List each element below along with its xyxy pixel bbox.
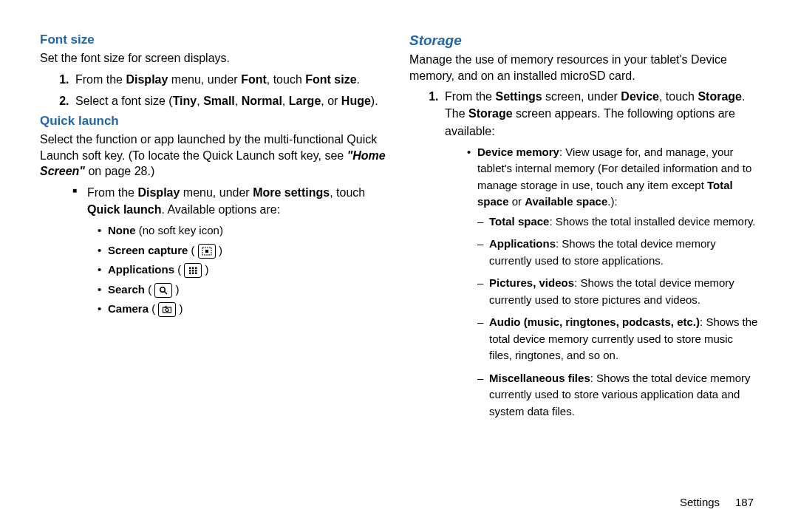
- svg-line-12: [165, 291, 168, 294]
- page-footer: Settings 187: [680, 496, 754, 508]
- heading-font-size: Font size: [40, 33, 389, 47]
- heading-storage: Storage: [409, 33, 758, 49]
- svg-rect-8: [189, 273, 191, 275]
- audio-item: Audio (music, ringtones, podcasts, etc.)…: [477, 314, 758, 364]
- font-size-intro: Set the font size for screen displays.: [40, 50, 389, 66]
- font-size-step-1: From the Display menu, under Font, touch…: [72, 71, 389, 88]
- search-icon: [154, 283, 172, 298]
- applications-icon: [184, 263, 202, 278]
- pictures-videos-item: Pictures, videos: Shows the total device…: [477, 275, 758, 308]
- misc-files-item: Miscellaneous files: Shows the total dev…: [477, 370, 758, 420]
- svg-point-15: [166, 309, 168, 312]
- device-memory-item: Device memory: View usage for, and manag…: [467, 144, 758, 211]
- svg-rect-7: [195, 270, 197, 272]
- svg-rect-6: [192, 270, 194, 272]
- opt-search: Search ( ): [98, 282, 389, 299]
- svg-rect-2: [189, 267, 191, 270]
- svg-rect-3: [192, 267, 194, 270]
- footer-page-number: 187: [735, 496, 754, 508]
- camera-icon: [158, 302, 176, 317]
- storage-step-1: From the Settings screen, under Device, …: [442, 88, 758, 140]
- applications-item: Applications: Shows the total device mem…: [477, 236, 758, 269]
- storage-intro: Manage the use of memory resources in yo…: [409, 52, 758, 83]
- quick-launch-intro: Select the function or app launched by t…: [40, 132, 389, 180]
- total-space-item: Total space: Shows the total installed d…: [477, 214, 758, 231]
- svg-rect-5: [189, 270, 191, 272]
- svg-rect-10: [195, 273, 197, 275]
- opt-applications: Applications ( ): [98, 262, 389, 279]
- font-size-step-2: Select a font size (Tiny, Small, Normal,…: [72, 92, 389, 109]
- screen-capture-icon: [198, 244, 216, 259]
- svg-point-11: [160, 287, 165, 291]
- opt-camera: Camera ( ): [98, 301, 389, 318]
- heading-quick-launch: Quick launch: [40, 114, 389, 129]
- footer-section: Settings: [680, 496, 720, 508]
- opt-screen-capture: Screen capture ( ): [98, 242, 389, 259]
- svg-rect-4: [195, 267, 197, 270]
- svg-rect-1: [205, 250, 208, 253]
- quick-launch-step: From the Display menu, under More settin…: [72, 184, 389, 218]
- svg-rect-14: [165, 307, 167, 308]
- svg-rect-9: [192, 273, 194, 275]
- opt-none: None (no soft key icon): [98, 222, 389, 239]
